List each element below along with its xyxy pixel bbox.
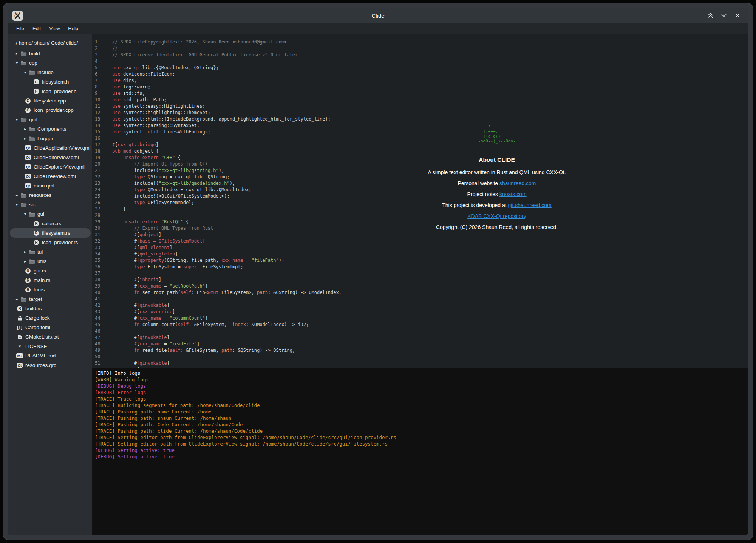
tree-folder-qml[interactable]: ▾qml [10,115,91,124]
code-line: 7use dirs; [92,78,748,84]
folder-icon [28,258,35,265]
tree-folder-Logger[interactable]: ▸Logger [10,134,91,143]
code-line-text: #[inherit] [108,277,161,283]
cpp-icon: C [25,98,31,104]
chevron-right-icon[interactable]: ▸ [22,259,28,263]
external-link[interactable]: shaunreed.com [499,180,536,186]
xorg-logo-icon [14,12,21,19]
close-button[interactable] [733,11,742,20]
folder-icon [28,70,35,76]
line-number: 14 [92,123,108,129]
code-line: 51 #[qinvokable] [92,360,748,367]
tree-file-tui.rs[interactable]: Rtui.rs [10,285,91,294]
line-number: 2 [92,46,108,52]
tree-folder-Components[interactable]: ▸Components [10,124,91,134]
code-line-text: unsafe extern "C++" { [108,155,181,161]
tree-file-ClideTreeView.qml[interactable]: QtClideTreeView.qml [10,172,91,181]
tree-folder-src[interactable]: ▾src [10,200,91,209]
code-line-text: use std::fs; [108,91,145,97]
code-line: 9use std::fs; [92,91,748,97]
file-explorer[interactable]: / home/ shaun/ Code/ clide/ ▸build▾cpp▾i… [8,34,92,535]
menu-item-help[interactable]: Help [64,24,82,33]
about-link-line: Project notes knoats.com [383,191,610,197]
log-line-info: [INFO] Info logs [95,370,748,377]
line-number: 6 [92,71,108,78]
tree-file-Cargo.toml[interactable]: [T]Cargo.toml [10,323,91,332]
external-link[interactable]: git.shaunreed.com [508,202,552,208]
code-line-text [108,271,112,277]
lock-icon [16,315,23,321]
tree-folder-build[interactable]: ▸build [10,49,91,58]
chevron-right-icon[interactable]: ▸ [22,136,28,141]
tree-item-label: ClideTreeView.qml [34,173,76,179]
rust-icon: R [25,277,31,283]
tree-file-ClideApplicationView.qml[interactable]: QtClideApplicationView.qml [10,143,91,153]
tree-folder-utils[interactable]: ▸utils [10,257,91,266]
log-line-trace: [TRACE] Pushing path: Code Current: /hom… [95,422,748,428]
chevron-down-icon[interactable]: ▾ [14,203,20,207]
shade-button[interactable] [706,11,714,20]
tree-folder-include[interactable]: ▾include [10,68,91,77]
line-number: 21 [92,168,108,174]
code-line-text: #[qobject] [108,232,161,238]
tree-file-LICENSE[interactable]: ✶LICENSE [10,342,91,351]
chevron-right-icon[interactable]: ▸ [22,250,28,254]
tree-file-icon_provider.cpp[interactable]: Cicon_provider.cpp [10,105,91,115]
tree-folder-target[interactable]: ▸target [10,294,91,304]
line-number: 1 [92,39,108,46]
menu-item-view[interactable]: View [45,24,64,33]
log-panel[interactable]: [INFO] Info logs[WARN] Warning logs[DEBU… [92,368,748,535]
chevron-down-icon[interactable]: ▾ [14,118,20,122]
tree-file-colors.rs[interactable]: Rcolors.rs [10,219,91,228]
file-tree: ▸build▾cpp▾includeHfilesystem.hHicon_pro… [8,49,92,370]
about-link-line: This project is developed at git.shaunre… [383,202,610,208]
menu-item-edit[interactable]: Edit [28,24,45,33]
tree-file-filesystem.rs[interactable]: Rfilesystem.rs [10,228,91,238]
code-line: 52 #[cxx_name = [92,367,748,368]
code-line-text: #[qinvokable] [108,360,170,367]
tree-file-main.qml[interactable]: Qtmain.qml [10,181,91,190]
tree-file-build.rs[interactable]: Rbuild.rs [10,304,91,313]
tree-file-README.md[interactable]: M↓README.md [10,351,91,360]
chevron-right-icon[interactable]: ▸ [14,193,20,197]
tree-folder-tui[interactable]: ▸tui [10,247,91,257]
line-number: 49 [92,348,108,354]
tree-file-ClideExplorerView.qml[interactable]: QtClideExplorerView.qml [10,162,91,172]
external-link[interactable]: knoats.com [499,191,527,197]
chevron-down-icon[interactable]: ▾ [22,212,28,216]
code-line: 45 fn column_count(self: &FileSystem, _i… [92,322,748,328]
tree-file-icon_provider.h[interactable]: Hicon_provider.h [10,87,91,96]
menu-item-file[interactable]: File [12,24,28,33]
line-number: 16 [92,136,108,142]
tree-file-Cargo.lock[interactable]: Cargo.lock [10,313,91,323]
code-line-text: #[qinvokable] [108,303,170,309]
tree-file-filesystem.cpp[interactable]: Cfilesystem.cpp [10,96,91,105]
window-frame: Clide [3,3,753,540]
chevron-down-icon[interactable]: ▾ [14,61,20,65]
title-bar[interactable]: Clide [8,8,748,23]
about-link-line: Personal website shaunreed.com [383,180,610,186]
chevron-right-icon[interactable]: ▸ [14,51,20,56]
tree-file-CMakeLists.txt[interactable]: CMakeLists.txt [10,332,91,342]
code-line-text: pub mod qobject { [108,149,159,155]
tree-folder-resources[interactable]: ▸resources [10,190,91,200]
qt-icon: Qt [25,164,31,170]
code-editor[interactable]: 1// SPDX-FileCopyrightText: 2026, Shaun … [92,34,748,368]
tree-folder-cpp[interactable]: ▾cpp [10,58,91,68]
chevron-down-icon[interactable]: ▾ [22,70,28,74]
chevron-right-icon[interactable]: ▸ [22,127,28,131]
tree-file-icon_provider.rs[interactable]: Ricon_provider.rs [10,238,91,247]
tree-file-gui.rs[interactable]: Rgui.rs [10,266,91,275]
tree-file-ClideEditorView.qml[interactable]: QtClideEditorView.qml [10,153,91,162]
minimize-button[interactable] [720,11,728,20]
tree-file-resources.qrc[interactable]: Qtresources.qrc [10,360,91,370]
external-link[interactable]: KDAB CXX-Qt repository [467,213,526,219]
tree-file-filesystem.h[interactable]: Hfilesystem.h [10,77,91,87]
line-number: 13 [92,116,108,123]
chevron-right-icon[interactable]: ▸ [14,297,20,301]
code-line-text: #[cxx_name = "setRootPath"] [108,283,208,290]
tree-file-main.rs[interactable]: Rmain.rs [10,275,91,285]
tree-item-label: ClideApplicationView.qml [34,145,91,151]
code-line-text: #[cxx_name = "readFile"] [108,341,199,348]
tree-folder-gui[interactable]: ▾gui [10,209,91,219]
